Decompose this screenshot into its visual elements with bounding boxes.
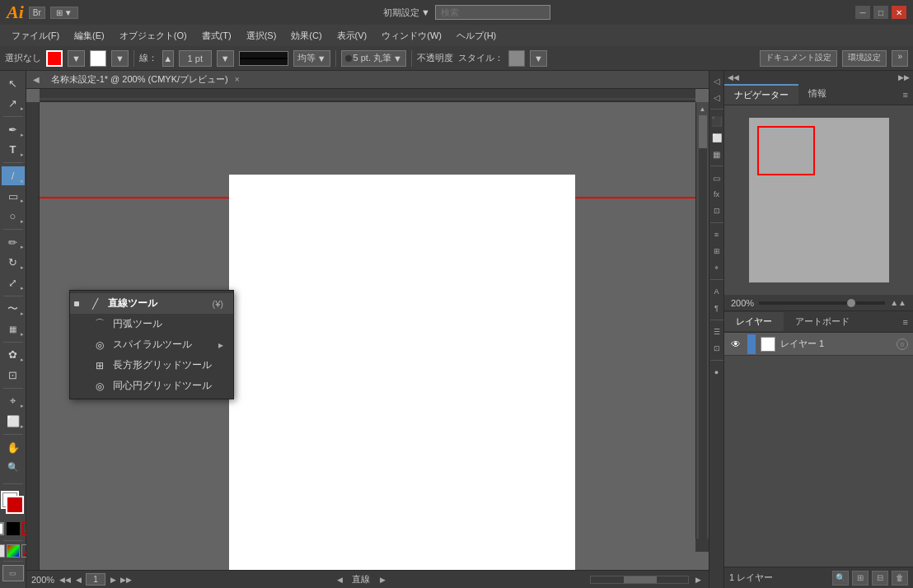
strip-align-icon[interactable]: ≡	[710, 228, 723, 241]
menu-window[interactable]: ウィンドウ(W)	[375, 27, 448, 44]
tool-rect[interactable]: ▭ ▸	[2, 187, 25, 206]
tool-direct-select[interactable]: ↗ ▸	[2, 95, 25, 114]
layer-delete-button[interactable]: 🗑	[892, 571, 908, 586]
zoom-max-button[interactable]: ▲▲	[890, 298, 906, 307]
tool-symbol[interactable]: ✿ ▸	[2, 346, 25, 365]
page-number-input[interactable]	[86, 573, 105, 586]
layer-target-button[interactable]: ○	[897, 338, 908, 350]
tool-brush[interactable]: ✏ ▸	[2, 233, 25, 252]
strip-fx-icon[interactable]: fx	[710, 188, 723, 201]
strip-stroke-icon[interactable]: ▭	[710, 171, 723, 184]
layer-option-2[interactable]: ⊟	[872, 571, 888, 586]
tab-artboard[interactable]: アートボード	[784, 312, 861, 331]
fill-dropdown[interactable]: ▼	[68, 50, 85, 67]
panel-collapse-right[interactable]: ▶▶	[898, 73, 910, 82]
color-mode-button[interactable]	[0, 544, 5, 558]
layer-row-1[interactable]: 👁 レイヤー 1 ○	[724, 333, 913, 356]
style-swatch[interactable]	[508, 50, 525, 67]
canvas-tab-close[interactable]: ×	[235, 75, 240, 84]
strip-circle-icon[interactable]: ●	[710, 366, 723, 379]
tool-hand[interactable]: ✋	[2, 438, 25, 457]
menu-object[interactable]: オブジェクト(O)	[113, 27, 194, 44]
panel-tab-menu-btn[interactable]: ≡	[898, 84, 913, 105]
preferences-button[interactable]: 環境設定	[842, 50, 887, 67]
tool-artboard[interactable]: ⊡	[2, 366, 25, 385]
stroke-style-dropdown[interactable]: 均等 ▼	[293, 50, 330, 67]
panel-collapse-left[interactable]: ◀◀	[728, 73, 739, 82]
status-scroll-right[interactable]: ▶	[377, 574, 388, 586]
tool-graph[interactable]: ▦ ▸	[2, 320, 25, 338]
minimize-button[interactable]: ─	[855, 6, 870, 19]
bridge-button[interactable]: Br	[29, 7, 45, 19]
stroke-up-btn[interactable]: ▲	[162, 50, 174, 67]
tool-scale[interactable]: ⤢ ▸	[2, 273, 25, 292]
menu-file[interactable]: ファイル(F)	[5, 27, 66, 44]
expand-button[interactable]: »	[892, 50, 908, 67]
search-input[interactable]	[435, 5, 550, 20]
page-first-button[interactable]: ◀◀	[59, 574, 71, 586]
menu-help[interactable]: ヘルプ(H)	[450, 27, 503, 44]
zoom-slider-thumb[interactable]	[847, 299, 855, 307]
maximize-button[interactable]: □	[873, 6, 888, 19]
menu-edit[interactable]: 編集(E)	[68, 27, 111, 44]
style-dropdown[interactable]: ▼	[530, 50, 547, 67]
tool-slice[interactable]: ⌖ ▸	[2, 392, 25, 411]
tool-pen[interactable]: ✒ ▸	[2, 120, 25, 139]
close-button[interactable]: ✕	[892, 6, 906, 19]
menu-type[interactable]: 書式(T)	[195, 27, 238, 44]
ctx-arc-tool[interactable]: ⌒ 円弧ツール	[70, 314, 233, 334]
tool-select[interactable]: ↖	[2, 74, 25, 93]
strip-icon-1[interactable]: ◁	[710, 74, 723, 87]
tab-layers[interactable]: レイヤー	[724, 312, 784, 331]
menu-effect[interactable]: 効果(C)	[284, 27, 328, 44]
default-swatch-button[interactable]	[0, 522, 4, 535]
strip-transform-icon[interactable]: ⌖	[710, 261, 723, 274]
tool-ellipse[interactable]: ○ ▸	[2, 207, 25, 226]
stroke-swatch-dropdown[interactable]: ▼	[111, 50, 129, 67]
ctx-rect-grid-tool[interactable]: ⊞ 長方形グリッドツール	[70, 355, 233, 376]
arrange-button[interactable]: ⊞ ▼	[50, 7, 78, 19]
ctx-spiral-tool[interactable]: ◎ スパイラルツール ▸	[70, 334, 233, 355]
tab-scroll-left[interactable]: ◀	[33, 75, 40, 84]
fill-swatch[interactable]	[46, 50, 63, 67]
layer-visibility-button[interactable]: 👁	[729, 338, 742, 351]
scroll-thumb[interactable]	[699, 115, 707, 148]
canvas-scroll-area[interactable]: ╱ 直線ツール (¥) ⌒ 円弧ツール ◎ スパイラルツール ▸	[40, 102, 695, 570]
strip-char-icon[interactable]: A	[710, 285, 723, 298]
tool-rotate[interactable]: ↻ ▸	[2, 253, 25, 272]
change-screen-mode-button[interactable]: ▭	[2, 565, 24, 581]
gradient-mode-button[interactable]	[7, 544, 20, 558]
strip-gradient-icon[interactable]: ▦	[710, 147, 723, 161]
strip-color-icon[interactable]: ⬛	[710, 114, 723, 128]
h-scroll-right-btn[interactable]: ▶	[692, 574, 704, 586]
stroke-value[interactable]	[179, 50, 212, 67]
strip-opacity-icon[interactable]: ⊡	[710, 204, 723, 217]
tab-info[interactable]: 情報	[798, 84, 836, 105]
page-prev-button[interactable]: ◀	[73, 574, 84, 586]
scroll-up-button[interactable]: ▲	[696, 102, 709, 115]
tool-text[interactable]: T ▸	[2, 141, 25, 160]
ctx-line-tool[interactable]: ╱ 直線ツール (¥)	[70, 293, 233, 314]
brush-dropdown[interactable]: 5 pt. 丸筆 ▼	[341, 50, 406, 67]
layers-panel-menu[interactable]: ≡	[898, 317, 913, 327]
page-last-button[interactable]: ▶▶	[120, 574, 132, 586]
doc-settings-button[interactable]: ドキュメント設定	[760, 50, 837, 67]
tab-navigator[interactable]: ナビゲーター	[724, 84, 798, 105]
stroke-swatch[interactable]	[90, 50, 106, 67]
workspace-dropdown[interactable]: 初期設定 ▼	[383, 7, 430, 19]
strip-para-icon[interactable]: ¶	[710, 301, 723, 315]
h-scroll-thumb[interactable]	[624, 576, 657, 583]
fg-fill-indicator[interactable]	[6, 496, 24, 514]
menu-view[interactable]: 表示(V)	[330, 27, 374, 44]
strip-icon-2[interactable]: ◁	[710, 91, 723, 104]
stroke-unit-dropdown[interactable]: ▼	[217, 50, 234, 67]
tool-eraser[interactable]: ⬜ ▸	[2, 412, 25, 431]
tool-warp[interactable]: 〜 ▸	[2, 300, 25, 319]
strip-layers-icon[interactable]: ☰	[710, 325, 723, 338]
ctx-polar-grid-tool[interactable]: ◎ 同心円グリッドツール	[70, 376, 233, 396]
tool-line[interactable]: / ▸	[2, 166, 25, 185]
zoom-slider-track[interactable]	[759, 301, 885, 305]
swap-swatch-button[interactable]	[7, 522, 20, 535]
status-scroll-left[interactable]: ◀	[334, 574, 345, 586]
layer-search-button[interactable]: 🔍	[832, 571, 849, 586]
